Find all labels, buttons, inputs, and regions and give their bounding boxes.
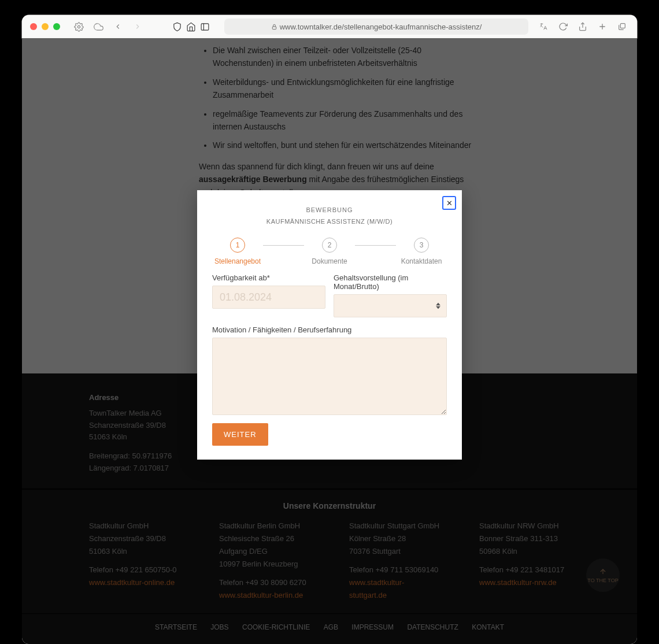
close-window-icon[interactable] (30, 23, 37, 30)
salary-select[interactable] (334, 294, 447, 317)
svg-rect-1 (201, 23, 209, 29)
step-connector (355, 245, 396, 246)
next-button[interactable]: WEITER (212, 423, 268, 446)
step-1[interactable]: 1 Stellenangebot (212, 238, 263, 265)
reload-icon[interactable] (556, 20, 570, 34)
step-connector (263, 245, 304, 246)
svg-rect-7 (620, 24, 625, 28)
back-icon[interactable] (111, 20, 125, 34)
availability-input[interactable]: 01.08.2024 (212, 286, 325, 309)
modal-subtitle: KAUFMÄNNISCHE ASSISTENZ (M/W/D) (197, 218, 462, 225)
window-controls (30, 23, 60, 30)
home-icon[interactable] (184, 20, 198, 34)
stepper-arrows-icon (436, 303, 440, 309)
step-label: Kontaktdaten (401, 257, 442, 265)
step-2[interactable]: 2 Dokumente (304, 238, 355, 265)
sidebar-icon[interactable] (198, 20, 212, 34)
forward-icon[interactable] (131, 20, 145, 34)
zoom-window-icon[interactable] (53, 23, 60, 30)
step-3[interactable]: 3 Kontaktdaten (396, 238, 447, 265)
minimize-window-icon[interactable] (42, 23, 49, 30)
svg-point-0 (77, 25, 80, 28)
step-label: Stellenangebot (214, 257, 261, 265)
new-tab-icon[interactable] (595, 20, 609, 34)
step-label: Dokumente (312, 257, 347, 265)
browser-chrome: www.towntalker.de/stellenangebot-kaufman… (22, 15, 637, 38)
motivation-textarea[interactable] (212, 338, 447, 415)
address-bar[interactable]: www.towntalker.de/stellenangebot-kaufman… (224, 18, 528, 35)
salary-label: Gehaltsvorstellung (im Monat/Brutto) (334, 273, 447, 291)
url-text: www.towntalker.de/stellenangebot-kaufman… (280, 23, 482, 31)
availability-label: Verfügbarkeit ab* (212, 273, 325, 282)
share-icon[interactable] (576, 20, 590, 34)
gear-icon[interactable] (72, 20, 86, 34)
modal-title: BEWERBUNG (197, 206, 462, 213)
svg-rect-3 (272, 27, 276, 29)
privacy-report-icon[interactable] (170, 20, 184, 34)
tab-overview-icon[interactable] (615, 20, 629, 34)
close-icon[interactable]: ✕ (442, 196, 456, 210)
svg-marker-9 (436, 303, 440, 306)
translate-icon[interactable] (536, 20, 550, 34)
stepper: 1 Stellenangebot 2 Dokumente 3 Kontaktda… (212, 238, 447, 265)
cloud-icon[interactable] (91, 20, 105, 34)
svg-marker-10 (436, 306, 440, 309)
motivation-label: Motivation / Fähigkeiten / Berufserfahru… (212, 325, 447, 334)
application-modal: ✕ BEWERBUNG KAUFMÄNNISCHE ASSISTENZ (M/W… (197, 190, 462, 460)
